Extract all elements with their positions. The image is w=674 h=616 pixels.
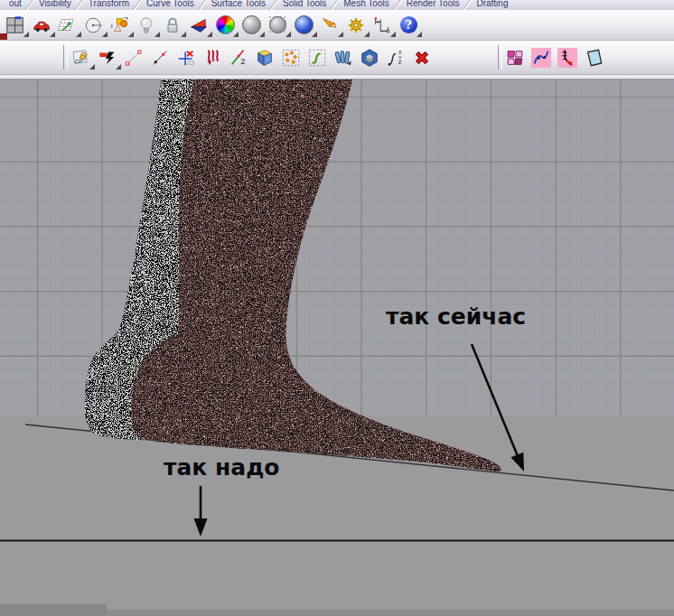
annotation-now-label: так сейчас bbox=[386, 303, 526, 330]
curve-flow-icon bbox=[202, 48, 222, 68]
rhino-window: outVisibilityTransformCurve ToolsSurface… bbox=[0, 0, 674, 616]
cone-select-icon bbox=[320, 15, 340, 35]
polyline-points-button[interactable] bbox=[123, 45, 145, 70]
lock-button[interactable] bbox=[162, 13, 183, 38]
mesh-patch-button[interactable] bbox=[583, 45, 604, 70]
tab-mesh-tools[interactable]: Mesh Tools bbox=[336, 0, 396, 10]
line-2pt-icon: 2 bbox=[229, 48, 248, 68]
circle-center-icon bbox=[84, 15, 104, 35]
mesh-repair-pink-icon bbox=[557, 48, 577, 68]
svg-text:Z: Z bbox=[398, 60, 402, 65]
viewport-layout-icon bbox=[5, 15, 25, 35]
named-view-car-button[interactable] bbox=[31, 13, 52, 38]
cplane-grid-button[interactable] bbox=[57, 13, 79, 38]
point-delete-icon bbox=[176, 48, 196, 68]
tab-solid-tools[interactable]: Solid Tools bbox=[276, 0, 333, 10]
surface-corner-icon bbox=[255, 48, 275, 68]
select-objects-button[interactable] bbox=[109, 13, 131, 38]
sphere-shaded-button[interactable] bbox=[240, 13, 262, 38]
toolbar-separator bbox=[498, 45, 502, 70]
line-segment-button[interactable] bbox=[149, 45, 171, 70]
mesh-quads-icon bbox=[505, 48, 525, 68]
color-wheel-button[interactable] bbox=[214, 13, 236, 38]
point-delete-button[interactable] bbox=[175, 45, 197, 70]
sphere-ghosted-icon bbox=[268, 15, 287, 34]
color-wheel-icon bbox=[216, 15, 235, 34]
toolbar-secondary-right bbox=[504, 41, 609, 74]
viewport-bottom-shade-left bbox=[0, 604, 107, 616]
select-solid-icon bbox=[360, 48, 379, 68]
toolbar-secondary-left: CP2XYZ bbox=[70, 41, 437, 74]
curve-edit-pink-button[interactable] bbox=[530, 45, 552, 70]
pie-rotate-icon bbox=[189, 15, 209, 35]
extract-surface-icon bbox=[333, 48, 353, 68]
dimension-button[interactable] bbox=[371, 13, 393, 38]
select-points-icon bbox=[281, 48, 301, 68]
circle-center-button[interactable] bbox=[83, 13, 105, 38]
delete-x-icon bbox=[412, 48, 432, 68]
svg-text:2: 2 bbox=[240, 57, 245, 66]
select-solid-button[interactable] bbox=[359, 45, 380, 70]
toolbar-red-grip bbox=[0, 33, 7, 40]
curve-xyz-icon: XYZ bbox=[386, 48, 406, 68]
cplane-image-icon: CP bbox=[71, 48, 91, 68]
toolbar-main: ? bbox=[0, 10, 674, 41]
delete-x-button[interactable] bbox=[411, 45, 433, 70]
tab-curve-tools[interactable]: Curve Tools bbox=[139, 0, 201, 10]
annotation-need-label: так надо bbox=[164, 454, 280, 481]
tab-render-tools[interactable]: Render Tools bbox=[399, 0, 467, 10]
curve-edit-pink-icon bbox=[531, 48, 551, 68]
named-view-car-icon bbox=[32, 15, 51, 35]
tab-visibility[interactable]: Visibility bbox=[32, 0, 79, 10]
view-set-button[interactable] bbox=[97, 45, 118, 70]
cplane-grid-icon bbox=[58, 15, 78, 35]
help-button[interactable]: ? bbox=[398, 13, 419, 38]
select-curves-icon bbox=[307, 48, 327, 68]
curve-xyz-button[interactable]: XYZ bbox=[385, 45, 407, 70]
polyline-points-icon bbox=[124, 48, 144, 68]
extract-surface-button[interactable] bbox=[332, 45, 354, 70]
help-icon: ? bbox=[400, 16, 417, 33]
select-points-button[interactable] bbox=[280, 45, 302, 70]
lamp-button[interactable] bbox=[136, 13, 157, 38]
svg-text:CP: CP bbox=[75, 58, 82, 63]
gear-options-icon bbox=[346, 15, 366, 35]
select-objects-icon bbox=[110, 15, 130, 35]
toolbar-separator bbox=[63, 45, 68, 70]
viewport-canvas[interactable]: так сейчас так надо bbox=[0, 79, 674, 616]
view-set-icon bbox=[98, 48, 117, 68]
pie-rotate-button[interactable] bbox=[188, 13, 210, 38]
line-2pt-button[interactable]: 2 bbox=[228, 45, 249, 70]
cone-select-button[interactable] bbox=[319, 13, 341, 38]
mesh-quads-button[interactable] bbox=[504, 45, 526, 70]
line-segment-icon bbox=[150, 48, 170, 68]
lamp-icon bbox=[136, 15, 156, 35]
cplane-image-button[interactable]: CP bbox=[70, 45, 92, 70]
sphere-rendered-icon bbox=[295, 15, 314, 34]
sphere-rendered-button[interactable] bbox=[293, 13, 314, 38]
viewport-layout-button[interactable] bbox=[5, 13, 26, 38]
toolbar-secondary: CP2XYZ bbox=[0, 41, 674, 75]
sphere-shaded-icon bbox=[242, 15, 261, 34]
mesh-repair-pink-button[interactable] bbox=[557, 45, 578, 70]
lock-icon bbox=[163, 15, 183, 35]
mesh-patch-icon bbox=[584, 48, 604, 68]
dimension-icon bbox=[372, 15, 392, 35]
curve-flow-button[interactable] bbox=[201, 45, 223, 70]
surface-corner-button[interactable] bbox=[254, 45, 276, 70]
tab-surface-tools[interactable]: Surface Tools bbox=[204, 0, 273, 10]
sphere-ghosted-button[interactable] bbox=[267, 13, 288, 38]
tab-transform[interactable]: Transform bbox=[81, 0, 136, 10]
select-curves-button[interactable] bbox=[306, 45, 328, 70]
tab-drafting[interactable]: Drafting bbox=[469, 0, 515, 10]
gear-options-button[interactable] bbox=[345, 13, 367, 38]
toolbar-tab-row: outVisibilityTransformCurve ToolsSurface… bbox=[0, 0, 674, 10]
